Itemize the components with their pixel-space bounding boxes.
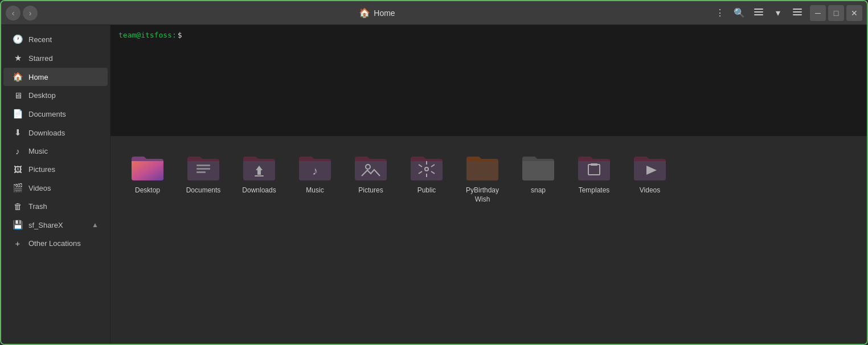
view-list-icon xyxy=(754,7,763,19)
forward-button[interactable]: › xyxy=(23,6,38,20)
search-button[interactable]: 🔍 xyxy=(731,5,747,21)
file-manager-window: ‹ › 🏠 Home ⋮ 🔍 xyxy=(0,0,868,345)
snap-folder-icon xyxy=(520,151,556,183)
folder-videos[interactable]: Videos xyxy=(624,145,675,210)
svg-text:♪: ♪ xyxy=(312,165,318,177)
folder-music[interactable]: ♪ Music xyxy=(289,145,341,210)
close-icon: ✕ xyxy=(851,9,858,18)
templates-folder-icon xyxy=(576,151,612,183)
hamburger-icon xyxy=(793,7,802,19)
videos-folder-icon xyxy=(632,151,668,183)
eject-button[interactable]: ▲ xyxy=(92,221,99,229)
music-label: Music xyxy=(306,186,324,195)
svg-rect-1 xyxy=(754,11,763,13)
menu-button[interactable] xyxy=(789,5,805,21)
documents-icon: 📄 xyxy=(13,109,23,119)
desktop-icon: 🖥 xyxy=(13,91,23,100)
svg-rect-10 xyxy=(255,175,264,176)
sidebar-item-music[interactable]: ♪ Music xyxy=(3,142,108,160)
close-button[interactable]: ✕ xyxy=(846,5,862,21)
sort-icon: ▾ xyxy=(776,7,780,18)
more-options-button[interactable]: ⋮ xyxy=(712,5,728,21)
sidebar-item-desktop[interactable]: 🖥 Desktop xyxy=(3,87,108,104)
files-section: Desktop Docum xyxy=(110,136,867,344)
videos-label: Videos xyxy=(640,186,660,195)
folder-templates[interactable]: Templates xyxy=(568,145,620,210)
sidebar-item-sf-sharex[interactable]: 💾 sf_ShareX ▲ xyxy=(3,216,108,234)
prompt-user: team@itsfoss: xyxy=(118,31,177,39)
sidebar-item-trash[interactable]: 🗑 Trash xyxy=(3,198,108,215)
star-icon: ★ xyxy=(13,53,23,63)
svg-rect-2 xyxy=(754,14,763,15)
svg-rect-4 xyxy=(793,11,802,13)
public-label: Public xyxy=(417,186,436,195)
home-icon: 🏠 xyxy=(359,7,370,18)
svg-rect-21 xyxy=(591,163,597,166)
documents-folder-icon xyxy=(185,151,222,183)
templates-label: Templates xyxy=(579,186,610,195)
pybirthday-label: PyBirthday Wish xyxy=(460,186,505,204)
svg-rect-5 xyxy=(793,14,802,15)
recent-icon: 🕐 xyxy=(13,34,23,44)
sidebar-label-videos: Videos xyxy=(28,184,51,192)
videos-icon: 🎬 xyxy=(13,183,23,193)
maximize-button[interactable]: □ xyxy=(828,5,844,21)
content-area: team@itsfoss: $ xyxy=(110,25,867,344)
sidebar-label-recent: Recent xyxy=(28,35,52,44)
pictures-icon: 🖼 xyxy=(13,165,23,174)
music-folder-icon: ♪ xyxy=(297,151,333,183)
sidebar-item-downloads[interactable]: ⬇ Downloads xyxy=(3,124,108,142)
sidebar-item-starred[interactable]: ★ Starred xyxy=(3,49,108,67)
window-title: Home xyxy=(374,9,395,18)
svg-rect-8 xyxy=(196,171,206,173)
svg-rect-6 xyxy=(196,165,210,166)
music-icon: ♪ xyxy=(13,146,23,156)
pybirthday-folder-icon xyxy=(464,151,501,183)
svg-rect-0 xyxy=(754,9,763,10)
titlebar-center: 🏠 Home xyxy=(42,7,712,18)
folder-snap[interactable]: snap xyxy=(513,145,564,210)
sidebar-item-videos[interactable]: 🎬 Videos xyxy=(3,179,108,197)
files-grid: Desktop Docum xyxy=(122,145,855,210)
main-area: 🕐 Recent ★ Starred 🏠 Home 🖥 Desktop 📄 Do… xyxy=(1,25,867,344)
sidebar-label-pictures: Pictures xyxy=(28,165,55,174)
folder-downloads[interactable]: Downloads xyxy=(234,145,285,210)
public-folder-icon xyxy=(408,151,445,183)
forward-icon: › xyxy=(29,9,32,18)
folder-public[interactable]: Public xyxy=(401,145,452,210)
other-locations-icon: + xyxy=(13,239,23,248)
minimize-button[interactable]: ─ xyxy=(810,5,826,21)
sidebar-label-other-locations: Other Locations xyxy=(28,239,81,248)
drive-icon: 💾 xyxy=(13,220,23,230)
svg-rect-7 xyxy=(196,168,210,170)
folder-desktop[interactable]: Desktop xyxy=(122,145,173,210)
folder-documents[interactable]: Documents xyxy=(178,145,229,210)
sidebar-label-music: Music xyxy=(28,147,48,155)
search-icon: 🔍 xyxy=(734,7,745,18)
pictures-folder-icon xyxy=(353,151,389,183)
sidebar-label-sf-sharex: sf_ShareX xyxy=(28,221,63,229)
downloads-folder-icon xyxy=(241,151,277,183)
folder-pictures[interactable]: Pictures xyxy=(345,145,396,210)
window-controls: ─ □ ✕ xyxy=(810,5,862,21)
terminal-section: team@itsfoss: $ xyxy=(110,25,867,136)
sidebar-item-home[interactable]: 🏠 Home xyxy=(3,68,108,86)
sidebar-label-downloads: Downloads xyxy=(28,129,65,137)
sort-options-button[interactable]: ▾ xyxy=(770,5,786,21)
sidebar-item-recent[interactable]: 🕐 Recent xyxy=(3,30,108,48)
sidebar-label-trash: Trash xyxy=(28,202,47,211)
nav-buttons: ‹ › xyxy=(6,6,38,20)
downloads-label: Downloads xyxy=(242,186,276,195)
desktop-label: Desktop xyxy=(135,186,160,195)
trash-icon: 🗑 xyxy=(13,202,23,211)
sidebar-item-documents[interactable]: 📄 Documents xyxy=(3,105,108,123)
sidebar-label-home: Home xyxy=(28,73,48,81)
view-list-button[interactable] xyxy=(751,5,767,21)
back-button[interactable]: ‹ xyxy=(6,6,21,20)
folder-pybirthday[interactable]: PyBirthday Wish xyxy=(457,145,508,210)
sidebar-item-other-locations[interactable]: + Other Locations xyxy=(3,235,108,252)
sidebar-label-starred: Starred xyxy=(28,54,53,63)
sidebar-item-pictures[interactable]: 🖼 Pictures xyxy=(3,161,108,178)
prompt-cursor: $ xyxy=(178,31,182,39)
sidebar: 🕐 Recent ★ Starred 🏠 Home 🖥 Desktop 📄 Do… xyxy=(1,25,110,344)
